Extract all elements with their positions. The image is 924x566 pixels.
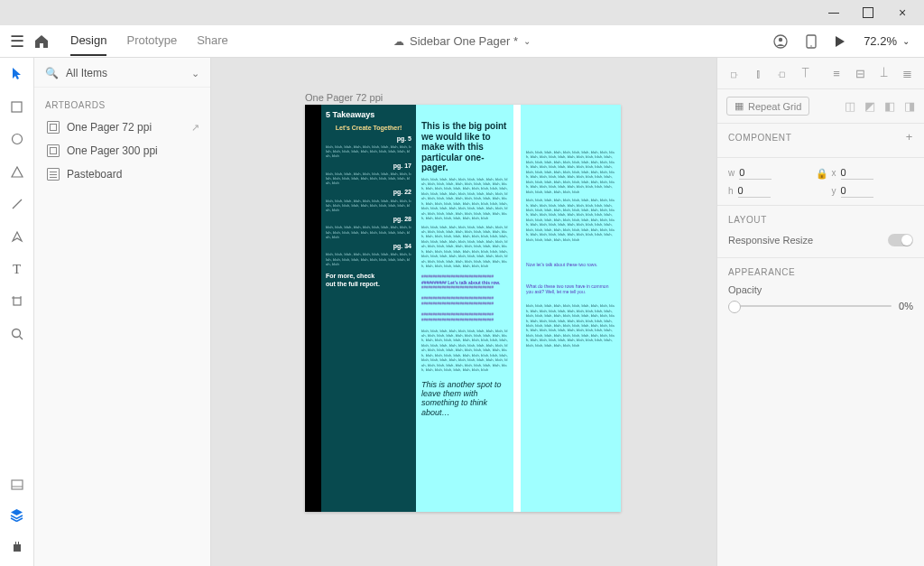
tab-design[interactable]: Design [70, 26, 106, 56]
component-section: COMPONENT+ [717, 124, 924, 158]
filler-text: blah, blah, blah, blah, blah, blah, blah… [326, 225, 411, 239]
svg-rect-7 [14, 298, 21, 305]
align-middle-icon[interactable]: ⊟ [852, 65, 868, 81]
repeat-grid-label: Repeat Grid [748, 101, 801, 112]
zoom-value: 72.2% [864, 34, 897, 48]
artboard-item[interactable]: One Pager 72 ppi ↗ [34, 116, 210, 139]
filler-text: blah, blah, blah, blah, blah, blah, blah… [326, 252, 411, 266]
filler-text: blah, blah, blah, blah, blah, blah, blah… [326, 199, 411, 213]
zoom-level[interactable]: 72.2% ⌄ [864, 34, 910, 48]
page-ref: pg. 17 [326, 162, 411, 170]
boolean-add-icon[interactable]: ◫ [845, 99, 855, 113]
closing-text: This is another spot to leave them with … [421, 380, 508, 417]
annotation: What do these two rows have in common yo… [526, 283, 615, 294]
window-maximize[interactable] [861, 5, 875, 20]
select-tool[interactable] [8, 65, 26, 83]
body-text: blah, blah, blah, blah, blah, blah, blah… [421, 329, 508, 373]
x-field[interactable]: 0 [841, 167, 873, 180]
svg-line-6 [13, 199, 22, 209]
artboard-cyan-left: This is the big point we would like to m… [416, 105, 513, 512]
align-bottom-icon[interactable]: ⟘ [875, 65, 892, 81]
layout-section: LAYOUT Responsive Resize [717, 206, 924, 258]
lock-aspect-icon[interactable]: 🔒 [816, 168, 827, 180]
line-tool[interactable] [8, 195, 26, 213]
polygon-tool[interactable] [8, 162, 26, 181]
hamburger-menu-icon[interactable]: ☰ [0, 32, 34, 51]
y-field[interactable]: 0 [841, 185, 873, 198]
body-text: blah, blah, blah, blah, blah, blah, blah… [526, 150, 615, 194]
add-component-icon[interactable]: + [906, 133, 913, 142]
svg-point-3 [810, 45, 812, 47]
opacity-label: Opacity [728, 284, 913, 295]
layers-filter-label: All Items [66, 67, 107, 79]
tab-prototype[interactable]: Prototype [126, 26, 177, 56]
ellipse-tool[interactable] [8, 130, 26, 148]
home-icon[interactable] [34, 35, 67, 48]
search-icon: 🔍 [45, 67, 59, 79]
boolean-exclude-icon[interactable]: ◨ [904, 99, 915, 113]
section-title: APPEARANCE [728, 267, 913, 277]
play-icon[interactable] [835, 35, 845, 48]
align-left-icon[interactable]: ⟥ [726, 65, 743, 81]
align-right-icon[interactable]: ⟤ [773, 65, 790, 81]
artboard[interactable]: 5 Takeaways Let's Create Together! pg. 5… [305, 105, 621, 512]
pasteboard-icon [47, 168, 60, 181]
external-link-icon[interactable]: ↗ [191, 122, 199, 134]
tool-rail: T [0, 58, 34, 566]
hash-row: ########################################… [421, 274, 508, 292]
user-icon[interactable] [773, 34, 788, 49]
svg-line-12 [19, 337, 23, 340]
artboard-label[interactable]: One Pager 72 ppi [305, 92, 383, 103]
assets-panel-icon[interactable] [8, 476, 26, 494]
zoom-tool[interactable] [8, 325, 26, 343]
canvas[interactable]: One Pager 72 ppi 5 Takeaways Let's Creat… [211, 58, 716, 566]
rectangle-tool[interactable] [8, 97, 26, 116]
width-field[interactable]: 0 [739, 167, 772, 180]
section-title: COMPONENT [728, 133, 791, 143]
text-tool[interactable]: T [8, 260, 26, 278]
hash-row: ########################################… [421, 296, 508, 307]
boolean-intersect-icon[interactable]: ◧ [884, 99, 895, 113]
responsive-resize-toggle[interactable] [888, 234, 913, 246]
opacity-value[interactable]: 0% [899, 301, 913, 311]
pen-tool[interactable] [8, 227, 26, 246]
cloud-icon: ☁ [393, 35, 404, 48]
pasteboard-item[interactable]: Pasteboard [34, 162, 210, 186]
artboard-icon [47, 121, 60, 134]
artboard-teal-sidebar: 5 Takeaways Let's Create Together! pg. 5… [321, 105, 416, 512]
repeat-grid-button[interactable]: ▦ Repeat Grid [726, 97, 809, 116]
document-title[interactable]: ☁ Sidebar One Pager * ⌄ [393, 34, 531, 48]
filler-text: blah, blah, blah, blah, blah, blah, blah… [326, 144, 411, 159]
artboard-item[interactable]: One Pager 300 ppi [34, 139, 210, 162]
window-close[interactable]: × [895, 5, 910, 20]
teal-footer: For more, checkout the full report. [326, 272, 411, 288]
device-preview-icon[interactable] [806, 34, 817, 49]
body-text: blah, blah, blah, blah, blah, blah, blah… [526, 198, 615, 242]
responsive-resize-label: Responsive Resize [728, 235, 813, 246]
opacity-slider[interactable] [728, 305, 892, 307]
svg-point-5 [12, 135, 22, 144]
body-text: blah, blah, blah, blah, blah, blah, blah… [421, 177, 508, 221]
distribute-v-icon[interactable]: ≣ [899, 65, 915, 81]
boolean-subtract-icon[interactable]: ◩ [864, 99, 875, 113]
plugins-panel-icon[interactable] [8, 537, 26, 555]
section-title: LAYOUT [728, 215, 913, 225]
page-ref: pg. 22 [326, 188, 411, 196]
list-item-label: One Pager 72 ppi [67, 121, 152, 134]
tab-share[interactable]: Share [197, 26, 228, 56]
filler-text: blah, blah, blah, blah, blah, blah, blah… [326, 172, 411, 186]
layers-section-label: ARTBOARDS [34, 88, 210, 116]
takeaways-heading: 5 Takeaways [326, 110, 411, 121]
artboard-cyan-right: blah, blah, blah, blah, blah, blah, blah… [521, 105, 621, 512]
window-minimize[interactable] [827, 5, 841, 20]
align-top-icon[interactable]: ⟙ [797, 65, 813, 81]
layers-panel-icon[interactable] [8, 506, 26, 524]
transform-section: w0 🔒 x0 h0 y0 [717, 158, 924, 206]
align-center-h-icon[interactable]: ⫿ [750, 65, 766, 81]
document-title-text: Sidebar One Pager * [410, 34, 518, 48]
artboard-tool[interactable] [8, 292, 26, 311]
list-item-label: One Pager 300 ppi [67, 144, 158, 157]
distribute-h-icon[interactable]: ≡ [828, 65, 845, 81]
layers-filter[interactable]: 🔍 All Items ⌄ [34, 58, 210, 88]
height-field[interactable]: 0 [738, 185, 771, 198]
